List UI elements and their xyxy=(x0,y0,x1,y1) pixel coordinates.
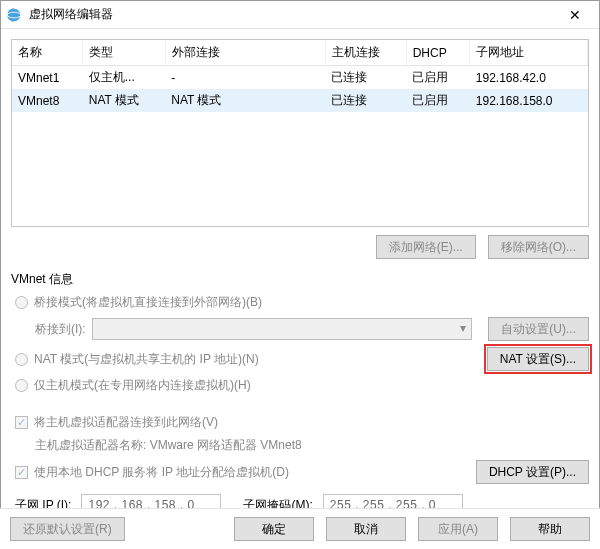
network-table[interactable]: 名称 类型 外部连接 主机连接 DHCP 子网地址 VMnet1仅主机...-已… xyxy=(11,39,589,227)
auto-settings-button: 自动设置(U)... xyxy=(488,317,589,341)
col-type[interactable]: 类型 xyxy=(83,40,166,66)
cell-type: NAT 模式 xyxy=(83,89,166,112)
cell-subnet: 192.168.42.0 xyxy=(470,66,588,90)
cell-external: - xyxy=(165,66,325,90)
remove-network-button[interactable]: 移除网络(O)... xyxy=(488,235,589,259)
cell-dhcp: 已启用 xyxy=(406,89,470,112)
app-icon xyxy=(5,6,23,24)
add-network-button[interactable]: 添加网络(E)... xyxy=(376,235,476,259)
cell-type: 仅主机... xyxy=(83,66,166,90)
table-row[interactable]: VMnet1仅主机...-已连接已启用192.168.42.0 xyxy=(12,66,588,90)
col-dhcp[interactable]: DHCP xyxy=(406,40,470,66)
col-name[interactable]: 名称 xyxy=(12,40,83,66)
table-header-row: 名称 类型 外部连接 主机连接 DHCP 子网地址 xyxy=(12,40,588,66)
checkbox-connect-host xyxy=(15,416,28,429)
dialog-footer: 还原默认设置(R) 确定 取消 应用(A) 帮助 xyxy=(0,508,600,549)
label-bridge-mode: 桥接模式(将虚拟机直接连接到外部网络)(B) xyxy=(34,294,262,311)
cell-name: VMnet8 xyxy=(12,89,83,112)
title-bar: 虚拟网络编辑器 ✕ xyxy=(1,1,599,29)
cell-hostconn: 已连接 xyxy=(325,89,406,112)
vmnet-info-label: VMnet 信息 xyxy=(11,271,589,288)
cell-subnet: 192.168.158.0 xyxy=(470,89,588,112)
restore-defaults-button: 还原默认设置(R) xyxy=(10,517,125,541)
cancel-button[interactable]: 取消 xyxy=(326,517,406,541)
nat-settings-button[interactable]: NAT 设置(S)... xyxy=(487,347,589,371)
close-icon[interactable]: ✕ xyxy=(555,1,595,29)
table-row[interactable]: VMnet8NAT 模式NAT 模式已连接已启用192.168.158.0 xyxy=(12,89,588,112)
ok-button[interactable]: 确定 xyxy=(234,517,314,541)
bridge-to-combo xyxy=(92,318,473,340)
window-title: 虚拟网络编辑器 xyxy=(29,6,555,23)
dhcp-settings-button[interactable]: DHCP 设置(P)... xyxy=(476,460,589,484)
label-hostonly-mode: 仅主机模式(在专用网络内连接虚拟机)(H) xyxy=(34,377,251,394)
label-adapter-name: 主机虚拟适配器名称: VMware 网络适配器 VMnet8 xyxy=(35,437,302,454)
col-subnet[interactable]: 子网地址 xyxy=(470,40,588,66)
radio-bridge-mode xyxy=(15,296,28,309)
apply-button: 应用(A) xyxy=(418,517,498,541)
col-external[interactable]: 外部连接 xyxy=(165,40,325,66)
label-use-dhcp: 使用本地 DHCP 服务将 IP 地址分配给虚拟机(D) xyxy=(34,464,289,481)
label-nat-mode: NAT 模式(与虚拟机共享主机的 IP 地址)(N) xyxy=(34,351,259,368)
checkbox-use-dhcp xyxy=(15,466,28,479)
col-hostconn[interactable]: 主机连接 xyxy=(325,40,406,66)
label-connect-host: 将主机虚拟适配器连接到此网络(V) xyxy=(34,414,218,431)
help-button[interactable]: 帮助 xyxy=(510,517,590,541)
cell-name: VMnet1 xyxy=(12,66,83,90)
cell-external: NAT 模式 xyxy=(165,89,325,112)
label-bridge-to: 桥接到(I): xyxy=(35,321,86,338)
cell-dhcp: 已启用 xyxy=(406,66,470,90)
cell-hostconn: 已连接 xyxy=(325,66,406,90)
radio-hostonly-mode xyxy=(15,379,28,392)
radio-nat-mode xyxy=(15,353,28,366)
